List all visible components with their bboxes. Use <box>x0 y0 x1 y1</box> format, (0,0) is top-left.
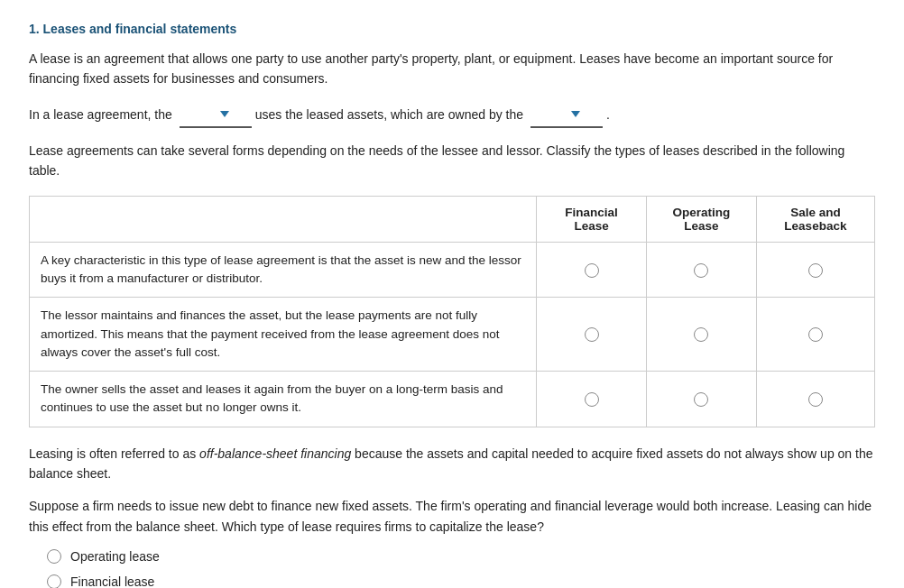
radio-icon[interactable] <box>585 263 599 278</box>
inline-label-middle: uses the leased assets, which are owned … <box>255 104 523 126</box>
inline-sentence: In a lease agreement, the uses the lease… <box>29 102 875 128</box>
inline-label-before: In a lease agreement, the <box>29 104 172 126</box>
row1-description: A key characteristic in this type of lea… <box>30 242 537 298</box>
radio-icon[interactable] <box>808 263 823 278</box>
row3-description: The owner sells the asset and leases it … <box>30 372 537 427</box>
option-operating-radio[interactable] <box>47 549 61 564</box>
table-header-sale: Sale andLeaseback <box>756 196 874 242</box>
offbalance-text-before: Leasing is often referred to as <box>29 446 199 461</box>
row3-financial-radio[interactable] <box>537 372 647 427</box>
offbalance-italic: off-balance-sheet financing <box>199 446 351 461</box>
option-row-operating: Operating lease <box>47 549 875 564</box>
dropdown2-arrow-icon <box>571 111 580 117</box>
classify-text: Lease agreements can take several forms … <box>29 141 875 181</box>
row1-financial-radio[interactable] <box>537 242 647 298</box>
option-financial-radio[interactable] <box>47 574 61 588</box>
row2-operating-radio[interactable] <box>647 298 757 372</box>
dropdown2[interactable] <box>530 102 603 128</box>
table-row: The lessor maintains and finances the as… <box>30 298 875 372</box>
suppose-paragraph: Suppose a firm needs to issue new debt t… <box>29 496 875 537</box>
table-header-financial: FinancialLease <box>537 196 647 242</box>
row3-operating-radio[interactable] <box>647 372 757 427</box>
answer-options: Operating lease Financial lease <box>47 549 875 588</box>
dropdown1-value <box>183 103 211 125</box>
table-header-operating: OperatingLease <box>647 196 757 242</box>
option-financial-label: Financial lease <box>70 574 154 588</box>
row2-sale-radio[interactable] <box>756 298 874 372</box>
radio-icon[interactable] <box>808 327 823 342</box>
row1-operating-radio[interactable] <box>647 242 757 298</box>
option-row-financial: Financial lease <box>47 574 875 588</box>
table-row: A key characteristic in this type of lea… <box>30 242 875 298</box>
row2-financial-radio[interactable] <box>537 298 647 372</box>
dropdown1[interactable] <box>180 102 252 128</box>
radio-icon[interactable] <box>694 392 708 407</box>
radio-icon[interactable] <box>585 392 599 407</box>
row1-sale-radio[interactable] <box>756 242 874 298</box>
table-row: The owner sells the asset and leases it … <box>30 372 875 427</box>
offbalance-paragraph: Leasing is often referred to as off-bala… <box>29 444 875 484</box>
intro-paragraph: A lease is an agreement that allows one … <box>29 49 875 89</box>
radio-icon[interactable] <box>585 327 599 342</box>
radio-icon[interactable] <box>694 327 708 342</box>
radio-icon[interactable] <box>694 263 708 278</box>
row3-sale-radio[interactable] <box>756 372 874 427</box>
inline-period: . <box>606 104 610 126</box>
row2-description: The lessor maintains and finances the as… <box>30 298 537 372</box>
table-header-empty <box>30 196 537 242</box>
option-operating-label: Operating lease <box>70 549 160 564</box>
lease-table: FinancialLease OperatingLease Sale andLe… <box>29 196 875 427</box>
dropdown2-value <box>534 103 562 125</box>
section-title: 1. Leases and financial statements <box>29 22 875 36</box>
dropdown1-arrow-icon <box>220 111 229 117</box>
radio-icon[interactable] <box>808 392 823 407</box>
